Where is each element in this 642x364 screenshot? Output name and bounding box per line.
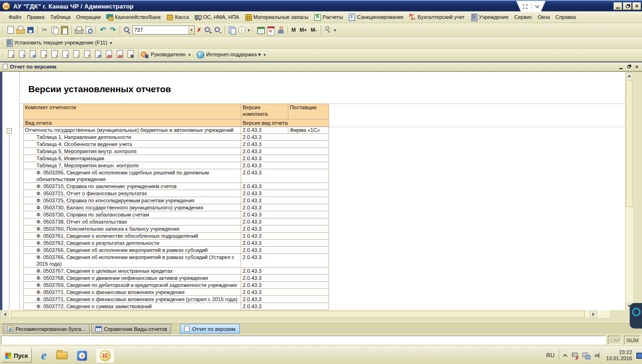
menu-item[interactable]: Бухгалтерский учет: [407, 12, 468, 22]
table-row[interactable]: Таблица 6, Инвентаризации2.0.43.3: [24, 155, 329, 162]
open-document-icon[interactable]: [16, 25, 26, 35]
table-row[interactable]: Таблица 7, Мероприятия внешн. контроля2.…: [24, 162, 329, 169]
table-row[interactable]: Ф. 0503766, Сведения об исполнении мероп…: [24, 247, 329, 254]
toolbar-handle[interactable]: [2, 51, 3, 58]
table-row[interactable]: Ф. 0503771, Сведения о финансовых вложен…: [24, 289, 329, 296]
taskbar-monitor-icon[interactable]: [636, 353, 642, 359]
1c-taskbar-button[interactable]: 1С: [96, 349, 114, 363]
table-row[interactable]: Таблица 4, Особенности ведения учета2.0.…: [24, 141, 329, 148]
table-row[interactable]: Ф. 0503730, Справка по забалансовым счет…: [24, 211, 329, 218]
tray-network-icon[interactable]: [582, 352, 590, 359]
undo-icon[interactable]: [98, 25, 108, 35]
table-row[interactable]: Ф. 0503768, Сведения о движении нефинанс…: [24, 275, 329, 282]
toolbar-handle[interactable]: [2, 39, 3, 46]
table-row[interactable]: Ф. 0503295, Сведения об исполнении судеб…: [24, 169, 329, 183]
dropdown-icon[interactable]: [187, 52, 191, 57]
scroll-up-button[interactable]: [626, 72, 633, 79]
print-icon[interactable]: [74, 25, 84, 35]
menu-item[interactable]: Казначейство/Банк: [104, 12, 164, 22]
toolbar-handle[interactable]: [192, 51, 194, 58]
table-row[interactable]: Таблица 5, Мероприятия внутр. контроля2.…: [24, 148, 329, 155]
users-t-icon[interactable]: Т: [41, 50, 47, 58]
internet-support-button[interactable]: Интернет-поддержка ▾: [204, 52, 263, 58]
horizontal-scrollbar-thumb[interactable]: [11, 311, 585, 318]
menu-item[interactable]: Правка: [24, 13, 47, 21]
restore-button[interactable]: [623, 2, 632, 10]
dropdown-icon[interactable]: [109, 40, 113, 45]
table-row[interactable]: Таблица 1, Направления деятельности2.0.4…: [24, 134, 329, 141]
summary-sigma-icon[interactable]: Σ: [8, 50, 14, 58]
menu-item[interactable]: Санкционирование: [346, 12, 406, 22]
mdi-minimize-button[interactable]: [617, 64, 624, 70]
users-list-icon[interactable]: ≡: [52, 50, 58, 58]
user-calc-icon[interactable]: [276, 25, 286, 35]
dropdown-icon[interactable]: [263, 52, 267, 57]
copies-icon[interactable]: [227, 25, 237, 35]
menu-item[interactable]: Файл: [6, 13, 24, 21]
set-institution-button[interactable]: Установить текущее учреждение (F11): [12, 40, 109, 45]
menu-item[interactable]: Таблица: [47, 13, 73, 21]
find-icon[interactable]: [122, 25, 132, 35]
exchange-icon[interactable]: ⇄: [30, 50, 36, 58]
menu-item[interactable]: Сервис: [512, 13, 535, 21]
toolbar-handle[interactable]: [2, 26, 3, 34]
search-combo[interactable]: [132, 26, 195, 35]
window-tab[interactable]: Отчет по версиям: [180, 324, 239, 334]
redo-icon[interactable]: [108, 25, 118, 35]
language-indicator[interactable]: RU: [547, 352, 555, 359]
table-row[interactable]: Ф. 0503738, Отчет об обязательствах2.0.4…: [24, 218, 329, 225]
table-row[interactable]: Ф. 0503769, Сведения по дебиторской и кр…: [24, 282, 329, 289]
menu-item[interactable]: Операции: [73, 13, 103, 21]
calc-table-icon[interactable]: [256, 25, 266, 35]
document-list-icon[interactable]: ≡: [73, 50, 79, 58]
media-player-icon[interactable]: [77, 351, 87, 361]
zoom-in-icon[interactable]: [203, 25, 213, 35]
remote-access-icon[interactable]: [630, 303, 642, 329]
dropdown-icon[interactable]: [333, 27, 337, 33]
scroll-left-button[interactable]: [1, 311, 9, 318]
cut-icon[interactable]: [40, 25, 50, 35]
info-icon[interactable]: [237, 25, 247, 35]
menu-item[interactable]: Касса: [164, 12, 192, 22]
toolbar-handle[interactable]: [2, 13, 3, 21]
table-row[interactable]: Ф. 0503710, Справка по заключению учрежд…: [24, 183, 329, 190]
toolbar-handle[interactable]: [252, 26, 253, 34]
memory-button[interactable]: M: [290, 26, 298, 34]
mdi-restore-button[interactable]: [625, 64, 632, 70]
paste-icon[interactable]: [60, 25, 69, 35]
menu-item[interactable]: Учреждение: [468, 12, 512, 22]
horizontal-scrollbar[interactable]: [0, 310, 611, 319]
report-window-titlebar[interactable]: Отчет по версиям ×: [0, 61, 642, 71]
explorer-folder-icon[interactable]: [56, 352, 68, 359]
combo-dropdown-icon[interactable]: [188, 26, 194, 34]
vertical-scrollbar[interactable]: [625, 72, 633, 310]
internet-explorer-icon[interactable]: e: [41, 349, 47, 362]
institution-icon[interactable]: [6, 39, 12, 46]
table-row[interactable]: Ф. 0503762, Сведения о результатах деяте…: [24, 240, 329, 247]
window-tab[interactable]: Справочник Виды отчетов: [91, 324, 172, 334]
table-row[interactable]: Ф. 0503760, Пояснительная записка к бала…: [24, 225, 329, 233]
table-row[interactable]: Ф. 0503772, Сведения о суммах заимствова…: [24, 303, 329, 310]
tray-volume-icon[interactable]: [594, 352, 602, 359]
vertical-scrollbar-thumb[interactable]: [626, 80, 633, 207]
dk-document-icon[interactable]: ДК: [117, 50, 123, 58]
table-row[interactable]: Ф. 0503725, Справка по консолидируемым р…: [24, 197, 329, 204]
table-row[interactable]: Ф. 0503771, Сведения о финансовых вложен…: [24, 296, 329, 303]
manager-alert-icon[interactable]: [140, 51, 149, 59]
start-button[interactable]: Пуск: [1, 348, 32, 363]
tray-chevron-icon[interactable]: [563, 354, 567, 359]
search-input[interactable]: [133, 26, 188, 34]
memory-plus-button[interactable]: M+: [298, 26, 309, 34]
document-t-icon[interactable]: Т: [62, 50, 69, 58]
mdi-close-button[interactable]: ×: [633, 64, 640, 70]
tray-flag-icon[interactable]: [571, 352, 578, 359]
clear-icon[interactable]: ✗: [195, 26, 203, 34]
internet-globe-icon[interactable]: [196, 51, 204, 59]
menu-item[interactable]: Справка: [553, 13, 579, 21]
expand-icon[interactable]: [523, 4, 528, 9]
report-t-icon[interactable]: Т: [19, 50, 25, 58]
menu-item[interactable]: Материальные запасы: [242, 12, 312, 22]
close-button[interactable]: ×: [633, 2, 641, 10]
chevron-down-icon[interactable]: [535, 3, 540, 8]
title-notch[interactable]: [512, 1, 550, 12]
